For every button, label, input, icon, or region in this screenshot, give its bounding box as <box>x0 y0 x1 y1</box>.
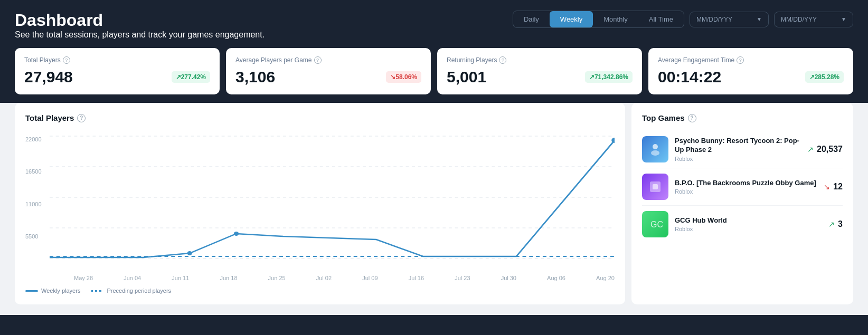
trend-up-icon: ↗ <box>807 145 814 154</box>
chevron-down-icon: ▼ <box>757 16 762 22</box>
game-name-2: GCG Hub World <box>675 216 822 225</box>
stat-card-avg-players: Average Players per Game ? 3,106 ↘58.06% <box>226 48 431 94</box>
svg-point-9 <box>651 150 659 156</box>
svg-point-5 <box>611 138 615 143</box>
stat-label-avg-players: Average Players per Game ? <box>235 56 421 64</box>
legend-weekly: Weekly players <box>25 288 80 294</box>
stat-value-returning-players: 5,001 <box>447 68 486 86</box>
svg-point-8 <box>653 144 658 149</box>
stat-badge-engagement-time: ↗285.28% <box>805 71 844 83</box>
top-games-panel: Top Games ? Psycho Bunny: Resort Tycoon … <box>631 103 853 304</box>
stat-label-total-players: Total Players ? <box>24 56 210 64</box>
page-title: Dashboard <box>15 11 265 30</box>
legend-preceding: Preceding period players <box>91 288 171 294</box>
list-item: GCG GCG Hub World Roblox ↗ 3 <box>642 206 843 243</box>
game-name-1: B.P.O. [The Backrooms Puzzle Obby Game] <box>675 179 817 188</box>
stat-value-total-players: 27,948 <box>24 68 73 86</box>
game-platform-1: Roblox <box>675 188 817 195</box>
chart-panel: Total Players ? 22000 16500 11000 5500 <box>15 103 625 304</box>
x-axis-labels: May 28 Jun 04 Jun 11 Jun 18 Jun 25 Jul 0… <box>74 275 615 281</box>
game-platform-2: Roblox <box>675 226 822 232</box>
stat-card-total-players: Total Players ? 27,948 ↗277.42% <box>15 48 220 94</box>
game-thumbnail-0 <box>642 136 668 162</box>
date-from-value: MM/DD/YYY <box>696 16 732 23</box>
stat-label-engagement-time: Average Engagement Time ? <box>658 56 844 64</box>
chart-title: Total Players ? <box>25 113 615 122</box>
game-thumbnail-2: GCG <box>642 211 668 237</box>
date-to-picker[interactable]: MM/DD/YYY ▼ <box>774 12 853 27</box>
game-count-1: 12 <box>833 182 843 192</box>
game-count-0: 20,537 <box>817 145 843 154</box>
svg-rect-11 <box>653 184 658 189</box>
game-stat-2: ↗ 3 <box>828 219 843 229</box>
period-tabs: Daily Weekly Monthly All Time <box>513 11 684 28</box>
stat-badge-avg-players: ↘58.06% <box>386 71 421 83</box>
svg-point-6 <box>187 251 192 255</box>
info-icon: ? <box>737 56 744 64</box>
game-info-2: GCG Hub World Roblox <box>675 216 822 233</box>
stat-card-engagement-time: Average Engagement Time ? 00:14:22 ↗285.… <box>648 48 853 94</box>
stat-label-returning-players: Returning Players ? <box>447 56 633 64</box>
stat-value-avg-players: 3,106 <box>235 68 275 86</box>
date-from-picker[interactable]: MM/DD/YYY ▼ <box>690 12 769 27</box>
tab-weekly[interactable]: Weekly <box>550 11 593 27</box>
info-icon: ? <box>314 56 322 64</box>
top-games-info-icon: ? <box>688 114 696 122</box>
list-item: B.P.O. [The Backrooms Puzzle Obby Game] … <box>642 168 843 206</box>
stat-cards: Total Players ? 27,948 ↗277.42% Average … <box>0 48 868 103</box>
info-icon: ? <box>499 56 506 64</box>
chart-legend: Weekly players Preceding period players <box>25 288 615 294</box>
game-stat-1: ↘ 12 <box>824 182 843 192</box>
trend-up-icon: ↗ <box>828 220 835 228</box>
game-info-1: B.P.O. [The Backrooms Puzzle Obby Game] … <box>675 179 817 195</box>
legend-line-solid <box>25 290 38 292</box>
stat-card-returning-players: Returning Players ? 5,001 ↗71,342.86% <box>437 48 642 94</box>
legend-line-dashed <box>91 290 103 292</box>
game-platform-0: Roblox <box>675 156 801 162</box>
svg-text:GCG: GCG <box>650 220 663 229</box>
chevron-down-icon: ▼ <box>841 16 846 22</box>
game-name-0: Psycho Bunny: Resort Tycoon 2: Pop-Up Ph… <box>675 137 801 155</box>
game-thumbnail-1 <box>642 174 668 200</box>
tab-all-time[interactable]: All Time <box>638 11 684 27</box>
game-count-2: 3 <box>838 219 843 229</box>
trend-down-icon: ↘ <box>824 183 830 191</box>
page-subtitle: See the total sessions, players and trac… <box>15 30 265 40</box>
game-info-0: Psycho Bunny: Resort Tycoon 2: Pop-Up Ph… <box>675 137 801 162</box>
main-content: Total Players ? 22000 16500 11000 5500 <box>0 103 868 315</box>
game-stat-0: ↗ 20,537 <box>807 145 843 154</box>
svg-point-7 <box>234 232 239 236</box>
chart-svg <box>50 131 615 266</box>
list-item: Psycho Bunny: Resort Tycoon 2: Pop-Up Ph… <box>642 131 843 168</box>
top-games-title: Top Games ? <box>642 113 843 122</box>
tab-daily[interactable]: Daily <box>513 11 550 27</box>
stat-badge-returning-players: ↗71,342.86% <box>585 71 633 83</box>
date-to-value: MM/DD/YYY <box>781 16 817 23</box>
tab-monthly[interactable]: Monthly <box>593 11 638 27</box>
stat-badge-total-players: ↗277.42% <box>172 71 210 83</box>
info-icon: ? <box>63 56 70 64</box>
chart-area: 22000 16500 11000 5500 <box>25 131 615 281</box>
header-controls: Daily Weekly Monthly All Time MM/DD/YYY … <box>513 11 853 28</box>
legend-label-preceding: Preceding period players <box>107 288 171 294</box>
legend-label-weekly: Weekly players <box>41 288 80 294</box>
y-axis-labels: 22000 16500 11000 5500 <box>25 136 50 265</box>
chart-info-icon: ? <box>77 114 86 122</box>
stat-value-engagement-time: 00:14:22 <box>658 68 721 86</box>
